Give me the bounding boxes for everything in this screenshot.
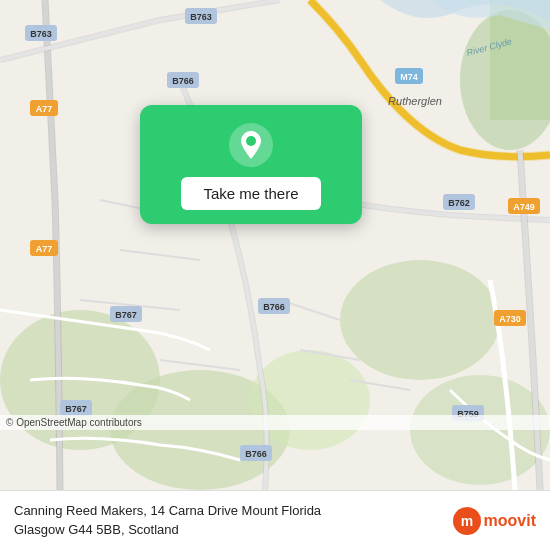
svg-text:B766: B766	[263, 302, 285, 312]
copyright-bar: © OpenStreetMap contributors	[0, 415, 550, 430]
svg-text:B766: B766	[172, 76, 194, 86]
svg-text:A77: A77	[36, 244, 53, 254]
svg-point-4	[410, 375, 550, 485]
footer-address: Canning Reed Makers, 14 Carna Drive Moun…	[14, 502, 321, 538]
svg-text:B763: B763	[30, 29, 52, 39]
svg-text:A749: A749	[513, 202, 535, 212]
svg-text:B763: B763	[190, 12, 212, 22]
address-line1: Canning Reed Makers, 14 Carna Drive Moun…	[14, 503, 321, 518]
svg-text:B762: B762	[448, 198, 470, 208]
svg-text:m: m	[460, 513, 472, 529]
svg-text:B767: B767	[115, 310, 137, 320]
take-me-there-button[interactable]: Take me there	[181, 177, 320, 210]
svg-text:A77: A77	[36, 104, 53, 114]
svg-text:M74: M74	[400, 72, 418, 82]
moovit-brand-text: moovit	[484, 512, 536, 530]
map-container: B763 B763 M74 A77 A77 B766 B766 B762 A74…	[0, 0, 550, 490]
copyright-text: © OpenStreetMap contributors	[6, 417, 142, 428]
address-line2: Glasgow G44 5BB, Scotland	[14, 522, 179, 537]
footer: Canning Reed Makers, 14 Carna Drive Moun…	[0, 490, 550, 550]
moovit-logo: m moovit	[453, 507, 536, 535]
svg-text:A730: A730	[499, 314, 521, 324]
svg-text:B766: B766	[245, 449, 267, 459]
svg-point-39	[246, 136, 256, 146]
svg-text:B767: B767	[65, 404, 87, 414]
svg-text:Rutherglen: Rutherglen	[388, 95, 442, 107]
location-card: Take me there	[140, 105, 362, 224]
svg-point-3	[340, 260, 500, 380]
location-pin-icon	[229, 123, 273, 167]
moovit-icon: m	[453, 507, 481, 535]
